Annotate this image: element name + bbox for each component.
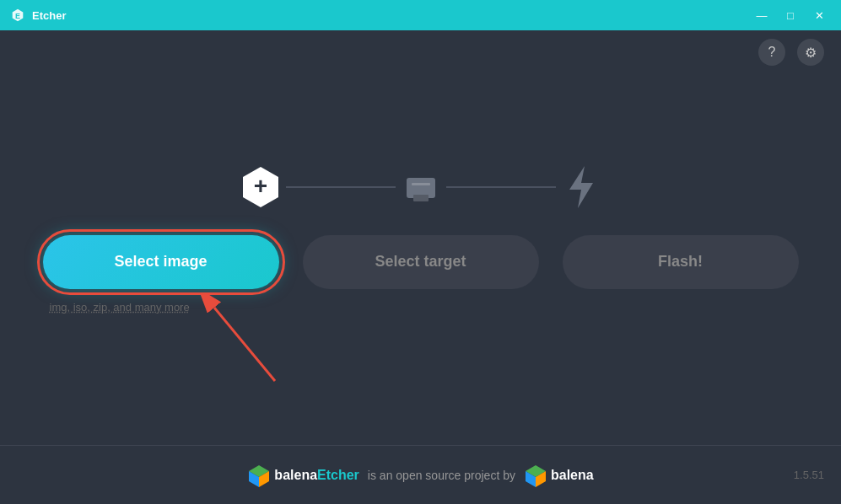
title-bar: E Etcher — □ ✕	[0, 0, 841, 30]
app-title: Etcher	[32, 9, 66, 22]
svg-rect-5	[413, 195, 429, 201]
close-button[interactable]: ✕	[807, 7, 831, 24]
flash-button[interactable]: Flash!	[563, 235, 799, 289]
svg-rect-6	[412, 183, 430, 185]
buttons-row: Select image Select target Flash!	[43, 235, 799, 289]
hexagon-plus-icon: +	[236, 163, 285, 212]
buttons-area: Select image Select target Flash! img, i…	[43, 235, 799, 314]
steps-row: +	[58, 163, 784, 212]
step-3-icon	[556, 164, 606, 210]
balena-brand-icon	[524, 464, 547, 487]
step-1-icon: +	[235, 163, 286, 212]
balena-cube-icon	[247, 464, 271, 487]
usb-drive-icon	[398, 164, 444, 210]
select-image-button[interactable]: Select image	[43, 235, 279, 289]
svg-line-9	[214, 308, 275, 381]
step-2-icon	[396, 164, 446, 210]
maximize-button[interactable]: □	[779, 7, 802, 24]
svg-marker-7	[569, 166, 593, 208]
select-target-button[interactable]: Select target	[303, 235, 539, 289]
app-icon: E	[10, 8, 25, 23]
minimize-button[interactable]: —	[750, 7, 774, 24]
footer-description: is an open source project by	[368, 469, 515, 482]
main-content: + Select image Select targ	[0, 30, 841, 445]
lightning-icon	[563, 164, 600, 210]
balena-brand-text: balena	[551, 468, 594, 483]
footer: balenaEtcher is an open source project b…	[0, 445, 841, 504]
subtitle-text: img, iso, zip, and many more	[43, 301, 279, 314]
footer-brand-text: balenaEtcher	[274, 468, 359, 483]
etcher-text: Etcher	[317, 468, 359, 482]
svg-text:+: +	[253, 173, 267, 199]
footer-logo: balenaEtcher	[247, 464, 359, 487]
svg-text:E: E	[15, 12, 20, 20]
connector-line-1	[286, 186, 396, 188]
title-bar-left: E Etcher	[10, 8, 66, 23]
title-bar-controls: — □ ✕	[750, 7, 831, 24]
version-text: 1.5.51	[794, 469, 824, 481]
balena-logo: balena	[524, 464, 594, 487]
balena-text: balena	[274, 468, 317, 482]
connector-line-2	[446, 186, 556, 188]
